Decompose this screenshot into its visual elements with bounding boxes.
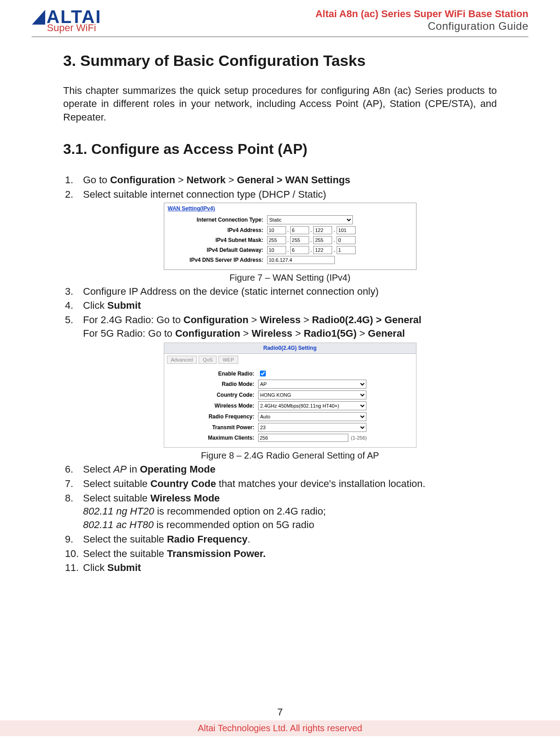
mask-octet-input[interactable] [290, 236, 309, 244]
field-name: Operating Mode [140, 464, 215, 475]
step-8: Select suitable Wireless Mode 802.11 ng … [65, 492, 497, 532]
wireless-mode-select[interactable]: 2.4GHz 450Mbps(802.11ng HT40+) [258, 401, 366, 410]
nav-sep: > [301, 314, 312, 325]
step-text: Select suitable [83, 478, 150, 489]
step-text: Click [83, 300, 107, 311]
field-label: IPv4 Subnet Mask: [168, 237, 267, 244]
tab-advanced[interactable]: Advanced [167, 356, 197, 364]
gateway-octet-input[interactable] [337, 246, 356, 254]
step-text: Select the suitable [83, 534, 167, 545]
value-italic: 802.11 ac HT80 [83, 519, 154, 530]
nav-segment: Configuration [184, 314, 249, 325]
step-10: Select the suitable Transmission Power. [65, 547, 497, 561]
wan-settings-panel: WAN Setting(IPv4) Internet Connection Ty… [164, 203, 417, 269]
step-text: Select [83, 464, 113, 475]
field-label: IPv4 DNS Server IP Address: [168, 256, 267, 264]
field-name: Wireless Mode [150, 492, 220, 504]
field-label: Country Code: [168, 391, 258, 399]
step-text: Select the suitable [83, 548, 167, 559]
enable-radio-checkbox[interactable] [260, 371, 266, 376]
field-label: IPv4 Default Gateway: [168, 246, 267, 254]
logo-mark-icon: ◢ [32, 7, 46, 24]
gateway-octet-input[interactable] [313, 246, 332, 254]
ipv4-octet-input[interactable] [267, 226, 286, 234]
value-italic: 802.11 ng HT20 [83, 506, 154, 517]
ipv4-octet-input[interactable] [313, 226, 332, 234]
section-intro: This chapter summarizes the quick setup … [63, 84, 497, 124]
step-1: Go to Configuration > Network > General … [65, 173, 497, 187]
tx-power-select[interactable]: 23 [258, 423, 366, 432]
frequency-select[interactable]: Auto [258, 412, 366, 421]
mask-octet-input[interactable] [313, 236, 332, 244]
section-heading: 3. Summary of Basic Configuration Tasks [63, 51, 497, 71]
nav-segment: Network [186, 174, 226, 186]
field-label: Radio Frequency: [168, 413, 258, 420]
dns-input[interactable] [267, 256, 335, 264]
field-label: Wireless Mode: [168, 402, 258, 409]
nav-sep: > [240, 328, 251, 339]
tab-qos[interactable]: QoS [199, 356, 217, 364]
step-6: Select AP in Operating Mode [65, 463, 497, 476]
nav-segment: Wireless [260, 314, 301, 325]
step-text: Select suitable [83, 492, 150, 504]
field-label: Internet Connection Type: [168, 216, 267, 223]
connection-type-select[interactable]: Static [267, 215, 353, 224]
tab-wep[interactable]: WEP [218, 356, 238, 364]
nav-sep: > [292, 328, 304, 339]
field-label: Enable Radio: [168, 370, 258, 377]
field-hint: (1-256) [351, 435, 367, 441]
field-label: IPv4 Address: [168, 227, 267, 234]
gateway-octet-input[interactable] [290, 246, 309, 254]
page-body: 3. Summary of Basic Configuration Tasks … [0, 37, 560, 575]
nav-sep: > [175, 174, 186, 186]
document-subtitle: Configuration Guide [315, 20, 528, 32]
nav-segment: Configuration [175, 328, 240, 339]
document-title: Altai A8n (ac) Series Super WiFi Base St… [315, 8, 528, 20]
step-7: Select suitable Country Code that matche… [65, 477, 497, 491]
header-titles: Altai A8n (ac) Series Super WiFi Base St… [315, 8, 528, 32]
nav-segment: Wireless [251, 328, 292, 339]
page-number: 7 [0, 706, 560, 718]
gateway-octet-input[interactable] [267, 246, 286, 254]
nav-segment: Configuration [110, 174, 175, 186]
mask-octet-input[interactable] [337, 236, 356, 244]
step-11: Click Submit [65, 561, 497, 575]
value-italic: AP [113, 464, 126, 475]
field-name: Country Code [150, 478, 216, 489]
footer-text: Altai Technologies Ltd. All rights reser… [198, 723, 362, 733]
max-clients-input[interactable] [258, 434, 348, 442]
step-text: Configure IP Address on the device (stat… [83, 286, 379, 297]
figure-caption: Figure 8 – 2.4G Radio General Setting of… [83, 450, 497, 462]
field-label: Maximum Clients: [168, 434, 258, 441]
nav-sep: > [356, 328, 368, 339]
logo-subtitle: Super WiFi [47, 23, 102, 33]
nav-sep: > [226, 174, 237, 186]
step-list: Go to Configuration > Network > General … [63, 173, 497, 575]
logo: ◢ALTAI Super WiFi [32, 8, 102, 33]
country-select[interactable]: HONG KONG [258, 390, 366, 399]
step-text: For 2.4G Radio: Go to [83, 314, 184, 325]
nav-segment: Radio1(5G) [304, 328, 356, 339]
step-text: is recommended option on 5G radio [154, 519, 315, 530]
field-name: Transmission Power. [167, 548, 266, 559]
action-word: Submit [107, 562, 141, 573]
nav-segment: General [368, 328, 405, 339]
action-word: Submit [107, 300, 141, 311]
footer-bar: Altai Technologies Ltd. All rights reser… [0, 720, 560, 736]
step-text: Go to [83, 174, 110, 186]
radio-settings-panel: Radio0(2.4G) Setting Advanced QoS WEP En… [164, 343, 417, 448]
panel-tabs: Advanced QoS WEP [164, 354, 416, 366]
ipv4-octet-input[interactable] [290, 226, 309, 234]
radio-mode-select[interactable]: AP [258, 380, 366, 389]
mask-octet-input[interactable] [267, 236, 286, 244]
field-label: Radio Mode: [168, 380, 258, 388]
step-text: that matches your device's installation … [216, 478, 426, 489]
field-label: Transmit Power: [168, 424, 258, 431]
step-text: . [247, 534, 250, 545]
nav-sep: > [249, 314, 260, 325]
step-text: is recommended option on 2.4G radio; [154, 506, 326, 517]
step-5: For 2.4G Radio: Go to Configuration > Wi… [65, 313, 497, 462]
ipv4-octet-input[interactable] [337, 226, 356, 234]
step-9: Select the suitable Radio Frequency. [65, 533, 497, 546]
nav-segment: Radio0(2.4G) > General [312, 314, 421, 325]
